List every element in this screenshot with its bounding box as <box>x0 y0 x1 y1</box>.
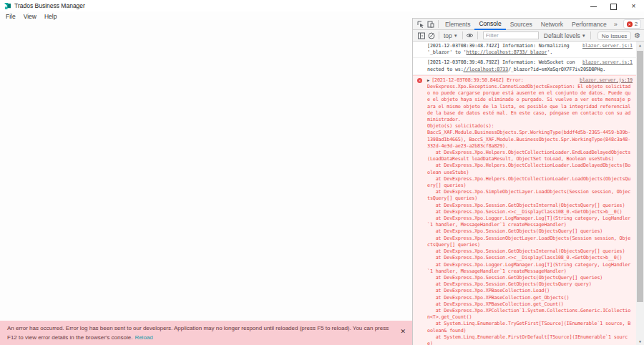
window-close-icon[interactable]: × <box>630 3 637 9</box>
window-titlebar: Trados Business Manager × <box>0 0 644 11</box>
console-toolbar: top ▼ Default levels ▼ No Issues ⚙ <box>413 30 644 42</box>
inspect-element-icon[interactable] <box>416 19 426 29</box>
expand-triangle-icon[interactable]: ▶ <box>427 78 429 82</box>
tab-sources[interactable]: Sources <box>506 19 537 30</box>
devtools-tabbar: Elements Console Sources Network Perform… <box>413 19 644 30</box>
chevron-down-icon: ▼ <box>454 34 458 38</box>
scroll-down-icon[interactable]: ▼ <box>636 338 644 345</box>
log-levels-label: Default levels <box>544 32 580 39</box>
issues-counter[interactable]: No Issues <box>597 31 632 40</box>
error-count: 2 <box>635 21 638 27</box>
scroll-up-icon[interactable]: ▲ <box>636 42 644 49</box>
chevron-down-icon: ▼ <box>582 34 586 38</box>
tab-network[interactable]: Network <box>537 19 567 30</box>
console-settings-gear-icon[interactable]: ⚙ <box>631 31 643 39</box>
log-levels-selector[interactable]: Default levels ▼ <box>542 32 588 39</box>
window-controls: × <box>590 3 644 9</box>
close-icon[interactable]: ✕ <box>400 327 406 336</box>
maximize-icon[interactable] <box>610 3 617 9</box>
console-message-text: [2021-12-03T08:39:48.742Z] Information: … <box>427 43 572 55</box>
tab-elements[interactable]: Elements <box>441 19 474 30</box>
error-banner: An error has occurred. Error log has bee… <box>0 321 412 345</box>
devtools-panel: Elements Console Sources Network Perform… <box>412 18 644 345</box>
context-selector[interactable]: top ▼ <box>441 32 460 39</box>
console-message: blazor.server.js:1[2021-12-03T08:39:48.7… <box>413 58 644 74</box>
menu-help[interactable]: Help <box>44 13 57 20</box>
console-text-link[interactable]: //localhost:8733 <box>464 67 508 72</box>
app-logo-icon <box>4 3 11 9</box>
source-link[interactable]: blazor.server.js:1 <box>582 59 633 66</box>
console-message-text: [2021-12-03T08:39:48.792Z] Information: … <box>427 59 605 72</box>
error-count-badge[interactable]: ✕ 2 <box>623 19 641 29</box>
scrollbar-thumb[interactable] <box>637 51 643 302</box>
error-icon: ✕ <box>627 21 633 27</box>
source-link[interactable]: blazor.server.js:19 <box>580 77 633 84</box>
console-message: blazor.server.js:1[2021-12-03T08:39:48.7… <box>413 42 644 58</box>
app-content-area <box>0 21 412 321</box>
console-sidebar-icon[interactable] <box>416 31 426 41</box>
console-message-text: [2021-12-03T08:39:50.846Z] Error: DevExp… <box>427 77 633 345</box>
menu-view[interactable]: View <box>24 13 36 20</box>
tab-console[interactable]: Console <box>474 19 505 30</box>
device-toolbar-icon[interactable] <box>426 19 436 29</box>
console-scrollbar[interactable]: ▲ ▼ <box>636 42 644 345</box>
menubar: File View Help <box>0 11 57 21</box>
window-title: Trados Business Manager <box>14 2 85 9</box>
console-message: blazor.server.js:19✕▶[2021-12-03T08:39:5… <box>413 75 644 345</box>
reload-link[interactable]: Reload <box>135 334 152 341</box>
context-label: top <box>444 32 452 39</box>
live-expression-eye-icon[interactable] <box>465 31 475 41</box>
error-banner-text: An error has occurred. Error log has bee… <box>7 325 389 341</box>
clear-console-icon[interactable] <box>426 31 436 41</box>
more-tabs-icon[interactable]: » <box>611 21 620 28</box>
filter-input[interactable] <box>483 31 539 39</box>
source-link[interactable]: blazor.server.js:1 <box>582 43 633 49</box>
error-icon: ✕ <box>417 78 422 83</box>
menu-file[interactable]: File <box>6 13 16 20</box>
tab-performance[interactable]: Performance <box>567 19 611 30</box>
app-window: Trados Business Manager × File View Help… <box>0 0 644 345</box>
console-log: blazor.server.js:1[2021-12-03T08:39:48.7… <box>413 42 644 345</box>
console-text-link[interactable]: http://localhost:8733/_blazor <box>467 49 547 55</box>
minimize-icon[interactable] <box>590 3 597 9</box>
